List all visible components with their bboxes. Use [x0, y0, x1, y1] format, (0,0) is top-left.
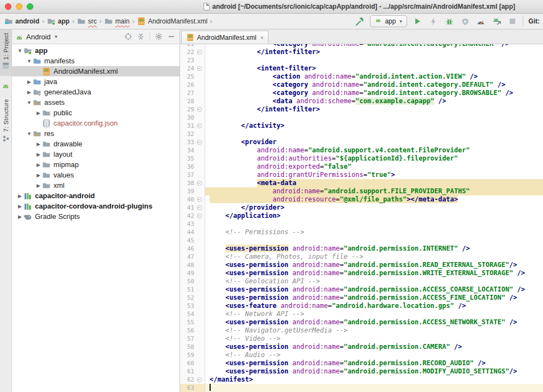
tree-chevron-down-icon[interactable]: ▼	[26, 100, 33, 105]
fold-marker-icon[interactable]: −	[197, 181, 202, 186]
breadcrumb-item-src[interactable]: src	[76, 16, 98, 26]
code-line[interactable]: <category android:name="android.intent.c…	[205, 44, 543, 48]
code-line[interactable]: <!-- Navigator.getUserMedia -->	[205, 326, 543, 335]
tree-chevron-right-icon[interactable]: ▶	[26, 79, 33, 85]
breadcrumb-item-android[interactable]: android	[3, 16, 40, 26]
tree-chevron-down-icon[interactable]: ▼	[26, 58, 33, 64]
tree-item-assets[interactable]: ▼assets	[12, 97, 180, 108]
code-line[interactable]	[205, 114, 543, 122]
fold-marker-icon[interactable]: −	[197, 107, 202, 112]
fold-marker-icon[interactable]: −	[197, 140, 202, 145]
tree-item-java[interactable]: ▶java	[12, 76, 180, 87]
code-line[interactable]: <intent-filter>	[205, 64, 543, 73]
tree-chevron-down-icon[interactable]: ▼	[16, 48, 23, 54]
code-line[interactable]: <category android:name="android.intent.c…	[205, 81, 543, 89]
code-line[interactable]: android:name="android.support.v4.content…	[205, 146, 543, 155]
breadcrumb-item-app[interactable]: app	[46, 16, 70, 26]
fold-marker-icon[interactable]: −	[197, 123, 202, 128]
code-line[interactable]: android:authorities="${applicationId}.fi…	[205, 155, 543, 163]
tree-item-gradle-scripts[interactable]: ▶Gradle Scripts	[12, 211, 180, 222]
fold-marker-icon[interactable]: −	[197, 197, 202, 202]
fold-marker-icon[interactable]: −	[197, 205, 202, 210]
tree-chevron-right-icon[interactable]: ▶	[16, 193, 23, 199]
code-line[interactable]	[205, 56, 543, 64]
tree-chevron-right-icon[interactable]: ▶	[35, 152, 42, 157]
code-line[interactable]: <uses-permission android:name="android.p…	[205, 286, 543, 294]
code-line[interactable]: <uses-permission android:name="android.p…	[205, 294, 543, 302]
code-line[interactable]: </activity>	[205, 122, 543, 130]
tree-item-androidmanifest-xml[interactable]: </>AndroidManifest.xml	[12, 66, 180, 76]
code-line[interactable]	[205, 130, 543, 138]
fold-marker-icon[interactable]: −	[197, 50, 202, 55]
code-line[interactable]: <!-- Video -->	[205, 335, 543, 343]
collapse-all-icon[interactable]	[136, 32, 146, 41]
tree-item-drawable[interactable]: ▶drawable	[12, 139, 180, 149]
code-line[interactable]: <!-- Network API -->	[205, 310, 543, 318]
tree-chevron-right-icon[interactable]: ▶	[35, 173, 42, 178]
code-line[interactable]: android:grantUriPermissions="true">	[205, 171, 543, 179]
code-line[interactable]: <uses-permission android:name="android.p…	[205, 245, 543, 253]
code-line[interactable]: </intent-filter>	[205, 48, 543, 56]
zoom-window-button[interactable]	[27, 3, 33, 10]
code-line[interactable]: <!-- Geolocation API -->	[205, 277, 543, 286]
close-tab-icon[interactable]: ×	[260, 34, 264, 41]
tree-item-capacitor-cordova-android-plugins[interactable]: ▶capacitor-cordova-android-plugins	[12, 201, 180, 211]
close-window-button[interactable]	[5, 3, 11, 10]
code-line[interactable]: android:name="android.support.FILE_PROVI…	[205, 187, 543, 195]
code-lines[interactable]: <category android:name="android.intent.c…	[205, 44, 543, 392]
tree-item-mipmap[interactable]: ▶mipmap	[12, 159, 180, 170]
tree-item-capacitor-config-json[interactable]: {;}capacitor.config.json	[12, 118, 180, 128]
code-line[interactable]: <meta-data	[205, 179, 543, 187]
code-line[interactable]: android:resource="@xml/file_paths"></met…	[205, 195, 543, 204]
code-line[interactable]: </intent-filter>	[205, 105, 543, 114]
code-line[interactable]: <uses-permission android:name="android.p…	[205, 318, 543, 326]
code-line[interactable]	[205, 220, 543, 228]
build-hammer-icon[interactable]	[354, 16, 365, 27]
attach-debugger-icon[interactable]	[491, 16, 502, 27]
code-line[interactable]: <provider	[205, 138, 543, 146]
debug-button[interactable]	[444, 16, 455, 27]
hide-panel-icon[interactable]	[166, 32, 176, 41]
tree-chevron-right-icon[interactable]: ▶	[35, 162, 42, 168]
tree-chevron-right-icon[interactable]: ▶	[16, 214, 23, 219]
minimize-window-button[interactable]	[16, 3, 22, 10]
code-line[interactable]: android:exported="false"	[205, 163, 543, 171]
run-button[interactable]	[412, 16, 423, 27]
code-line[interactable]: <category android:name="android.intent.c…	[205, 89, 543, 97]
tree-item-app[interactable]: ▼app	[12, 45, 180, 56]
editor-tab-androidmanifest[interactable]: </> AndroidManifest.xml ×	[181, 31, 268, 44]
code-line[interactable]: </application>	[205, 212, 543, 220]
tree-item-capacitor-android[interactable]: ▶capacitor-android	[12, 191, 180, 201]
tree-chevron-right-icon[interactable]: ▶	[35, 183, 42, 188]
project-view-select[interactable]: Android	[26, 33, 51, 41]
tree-chevron-down-icon[interactable]: ▼	[26, 131, 33, 136]
fold-marker-icon[interactable]: −	[197, 213, 202, 218]
tree-item-xml[interactable]: ▶xml	[12, 180, 180, 191]
fold-marker-icon[interactable]: −	[197, 66, 202, 71]
code-line[interactable]: <uses-feature android:name="android.hard…	[205, 302, 543, 310]
breadcrumb-item-main[interactable]: main	[103, 16, 130, 26]
tree-chevron-right-icon[interactable]: ▶	[26, 90, 33, 95]
code-line[interactable]	[205, 384, 543, 392]
breadcrumb-item-androidmanifest-xml[interactable]: </>AndroidManifest.xml	[136, 16, 208, 26]
code-line[interactable]: <uses-permission android:name="android.p…	[205, 367, 543, 376]
code-line[interactable]: <uses-permission android:name="android.p…	[205, 261, 543, 269]
settings-gear-icon[interactable]	[154, 32, 164, 41]
code-line[interactable]: <data android:scheme="com.example.capapp…	[205, 97, 543, 105]
tree-chevron-right-icon[interactable]: ▶	[35, 141, 42, 147]
code-line[interactable]: <uses-permission android:name="android.p…	[205, 269, 543, 277]
tree-item-values[interactable]: ▶values	[12, 170, 180, 180]
code-line[interactable]: <!-- Audio -->	[205, 351, 543, 359]
code-line[interactable]: <uses-permission android:name="android.p…	[205, 343, 543, 351]
tree-item-public[interactable]: ▶public	[12, 108, 180, 118]
stop-button[interactable]	[507, 16, 518, 27]
code-line[interactable]: <!-- Permissions -->	[205, 228, 543, 236]
code-line[interactable]: <uses-permission android:name="android.p…	[205, 359, 543, 367]
tool-window-button-android[interactable]	[0, 76, 11, 96]
code-line[interactable]	[205, 236, 543, 245]
tree-item-manifests[interactable]: ▼manifests	[12, 56, 180, 66]
code-line[interactable]: <!-- Camera, Photos, input file -->	[205, 253, 543, 261]
tree-item-res[interactable]: ▼res	[12, 128, 180, 139]
tree-item-layout[interactable]: ▶layout	[12, 149, 180, 159]
code-line[interactable]: <action android:name="android.intent.act…	[205, 73, 543, 81]
